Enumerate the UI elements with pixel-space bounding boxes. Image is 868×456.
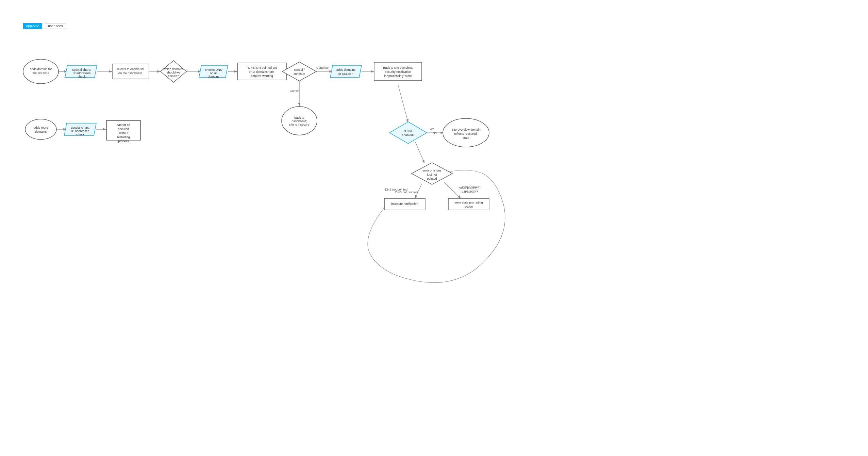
node-site-secured-text2: reflects "secured": [454, 132, 478, 135]
node-back-site-overview-text2: security notification: [385, 70, 411, 74]
node-special-chars-1-text2: IP addresses: [73, 71, 91, 75]
flowchart: Continue Cancel Yes No DNS not pointed O…: [0, 0, 868, 456]
node-is-ssl-enabled-text1: is SSL: [404, 129, 413, 133]
node-enable-ssl-text1: selects to enable ssl: [116, 67, 144, 71]
node-which-domains-text3: secure?: [168, 74, 179, 78]
node-back-dashboard-text1: back to: [294, 116, 304, 119]
label-real-errors-2: real errors: [464, 190, 478, 193]
node-insecure-notification-text: insecure notification: [391, 202, 418, 206]
node-special-chars-2-text2: IP addresses: [71, 129, 89, 133]
node-adds-domains-ssl-text2: to SSL cert: [338, 72, 354, 76]
node-enable-ssl-text2: on the dashboard: [118, 71, 142, 75]
node-cancel-continue-text1: cancel /: [294, 68, 305, 71]
node-error-state-text2: action: [465, 205, 473, 208]
node-checks-dns-text2: on all: [210, 71, 217, 75]
node-special-chars-1-text3: check: [78, 75, 86, 78]
arrow-n11-n13: [415, 141, 424, 163]
node-special-chars-2-text1: special chars;: [71, 126, 89, 129]
node-back-site-overview-text1: Back to site overview;: [383, 66, 413, 69]
node-dns-warning-text3: emptive warning: [251, 74, 273, 78]
label-cancel: Cancel: [290, 89, 299, 93]
node-adds-domains-ssl-text1: adds domains: [336, 68, 356, 71]
node-adds-domain-text1: adds domain for: [30, 67, 52, 71]
node-back-dashboard-text2: dashboard;: [291, 119, 307, 123]
node-site-secured-text1: Site overview domain: [451, 128, 481, 131]
node-site-secured-text3: state: [463, 136, 469, 140]
node-cannot-be-secured-text5: process: [118, 140, 129, 143]
node-which-domains-text2: should we: [167, 71, 181, 74]
node-is-ssl-enabled-text2: enabled?: [402, 133, 414, 137]
node-checks-dns-text1: checks DNS: [205, 68, 222, 71]
node-adds-domain-text2: the first time: [32, 71, 49, 75]
node-cannot-be-secured-text1: cannot be: [117, 123, 130, 127]
node-special-chars-1-text1: special chars;: [72, 68, 91, 71]
node-dns-warning-text2: on X domains" pre-: [249, 70, 275, 74]
node-adds-more-domains-text2: domains: [35, 130, 47, 133]
node-cannot-be-secured-text3: without: [118, 131, 129, 135]
label-continue: Continue: [316, 66, 329, 69]
arrow-n13-n15: [444, 182, 461, 198]
node-error-dns-text3: pointed: [427, 177, 437, 180]
node-adds-more-domains-text1: adds more: [34, 126, 48, 129]
arrow-n9-n11: [398, 84, 408, 123]
node-back-site-overview-text3: in "processing" state: [384, 74, 412, 78]
node-special-chars-2-text3: check: [76, 133, 84, 136]
label-dns-not-pointed-2: DNS not pointed: [385, 188, 407, 191]
label-no: No: [433, 131, 437, 135]
node-back-dashboard-text3: site is insecure: [289, 123, 310, 126]
node-cancel-continue-text2: continue: [294, 72, 305, 76]
node-cannot-be-secured-text4: restarting: [117, 135, 130, 139]
label-yes: Yes: [430, 127, 435, 131]
label-other-issues-2: Other issues;: [462, 185, 480, 189]
node-dns-warning-text1: "DNS isn't pointed yet: [247, 66, 277, 69]
node-cannot-be-secured-text2: secured: [118, 127, 129, 131]
arrow-n14-loop: [368, 170, 505, 283]
node-error-state-text1: error state prompting: [454, 201, 483, 204]
node-which-domains-text1: which domains: [163, 67, 184, 71]
node-error-dns-text2: just not: [427, 173, 437, 176]
node-error-dns-text1: error or is dns: [422, 169, 441, 172]
node-checks-dns-text3: domains: [208, 75, 220, 78]
